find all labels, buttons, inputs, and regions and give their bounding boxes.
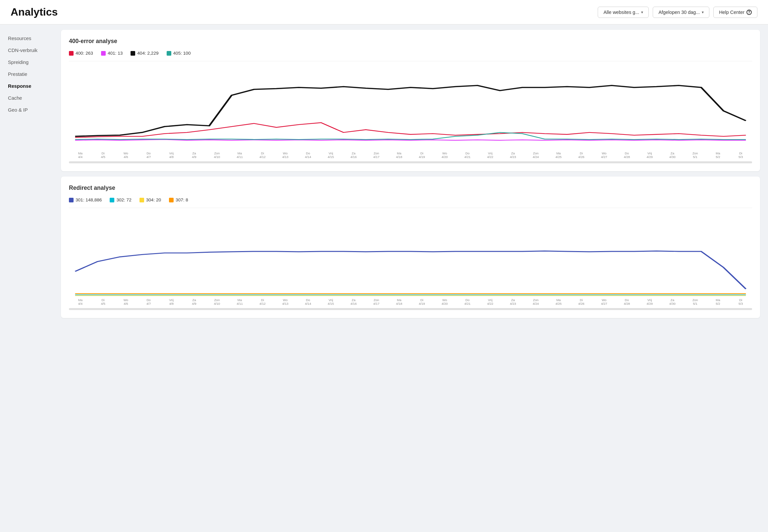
legend-color-302 [110,198,114,202]
redirect-chart-legend: 301: 148,886 302: 72 304: 20 307: 8 [69,197,752,202]
chevron-down-icon: ▾ [641,10,643,15]
redirect-chart-card: Redirect analyse 301: 148,886 302: 72 30… [61,177,760,318]
sidebar-item-response[interactable]: Response [0,80,53,92]
x-label: Ma4/25 [547,151,570,159]
redirect-chart-scrollbar[interactable] [69,308,752,310]
x-label: Wo4/13 [274,298,297,305]
main-layout: Resources CDN-verbruik Spreiding Prestat… [0,25,768,532]
x-label: Zon5/1 [684,298,707,305]
x-label: Za4/30 [661,298,684,305]
sidebar-item-geo-ip[interactable]: Geo & IP [0,104,53,116]
x-label: Za4/23 [502,298,524,305]
date-selector[interactable]: Afgelopen 30 dag... ▾ [653,7,709,18]
help-center-button[interactable]: Help Center ? [713,7,757,18]
chevron-down-icon: ▾ [702,10,704,15]
x-label: Vrij4/29 [638,151,661,159]
website-selector[interactable]: Alle websites g... ▾ [598,7,649,18]
x-label: Ma4/25 [547,298,570,305]
x-label: Zon4/10 [205,298,228,305]
legend-item-400: 400: 263 [69,51,93,56]
page-header: Analytics Alle websites g... ▾ Afgelopen… [0,0,768,25]
redirect-chart-area [69,211,752,297]
x-label: Di5/3 [729,298,752,305]
error-chart-area [69,64,752,150]
x-label: Wo4/27 [593,298,616,305]
redirect-chart-x-axis: Ma4/4 Di4/5 Wo4/6 Do4/7 Vrij4/8 Za4/9 Zo… [69,297,752,305]
error-chart-card: 400-error analyse 400: 263 401: 13 404: … [61,30,760,171]
legend-item-304: 304: 20 [139,197,161,202]
x-label: Vrij4/29 [638,298,661,305]
x-label: Ma4/18 [388,298,411,305]
legend-item-401: 401: 13 [101,51,123,56]
x-label: Za4/16 [342,298,365,305]
question-icon: ? [746,10,752,15]
legend-color-307 [169,198,174,202]
x-label: Di4/19 [411,298,433,305]
sidebar-item-prestatie[interactable]: Prestatie [0,68,53,80]
x-label: Do4/7 [137,151,160,159]
x-label: Do4/14 [297,298,319,305]
x-label: Do4/7 [137,298,160,305]
sidebar-item-resources[interactable]: Resources [0,32,53,44]
legend-color-400 [69,51,74,56]
x-label: Wo4/6 [114,298,137,305]
x-label: Za4/16 [342,151,365,159]
x-label: Di4/19 [411,151,433,159]
x-label: Do4/21 [456,298,479,305]
legend-color-405 [167,51,171,56]
legend-item-307: 307: 8 [169,197,188,202]
x-label: Za4/9 [183,151,206,159]
error-chart-svg [69,64,752,150]
main-content: 400-error analyse 400: 263 401: 13 404: … [53,25,768,532]
x-label: Do4/14 [297,151,319,159]
x-label: Wo4/27 [593,151,616,159]
x-label: Wo4/20 [433,151,456,159]
x-label: Vrij4/22 [479,151,502,159]
x-label: Di5/3 [729,151,752,159]
x-label: Za4/23 [502,151,524,159]
x-label: Zon4/24 [524,298,547,305]
error-chart-legend: 400: 263 401: 13 404: 2,229 405: 100 [69,51,752,56]
x-label: Vrij4/22 [479,298,502,305]
x-label: Ma4/18 [388,151,411,159]
x-label: Zon4/17 [365,151,388,159]
x-label: Zon4/17 [365,298,388,305]
redirect-chart-title: Redirect analyse [69,185,752,191]
legend-color-304 [139,198,144,202]
x-label: Di4/26 [570,151,593,159]
x-label: Do4/28 [616,298,638,305]
sidebar-item-cache[interactable]: Cache [0,92,53,104]
x-label: Di4/12 [251,298,274,305]
x-label: Do4/28 [616,151,638,159]
legend-item-301: 301: 148,886 [69,197,102,202]
sidebar: Resources CDN-verbruik Spreiding Prestat… [0,25,53,532]
x-label: Zon4/24 [524,151,547,159]
legend-item-302: 302: 72 [110,197,131,202]
x-label: Za4/9 [183,298,206,305]
x-label: Ma4/11 [228,298,251,305]
x-label: Za4/30 [661,151,684,159]
x-label: Ma4/11 [228,151,251,159]
legend-item-404: 404: 2,229 [131,51,158,56]
legend-color-404 [131,51,135,56]
x-label: Zon4/10 [205,151,228,159]
x-label: Ma5/2 [707,151,730,159]
x-label: Vrij4/15 [319,298,342,305]
sidebar-item-spreiding[interactable]: Spreiding [0,56,53,68]
legend-color-301 [69,198,74,202]
error-chart-x-axis: Ma4/4 Di4/5 Wo4/6 Do4/7 Vrij4/8 Za4/9 Zo… [69,150,752,159]
x-label: Wo4/6 [114,151,137,159]
x-label: Do4/21 [456,151,479,159]
x-label: Ma4/4 [69,151,92,159]
x-label: Wo4/20 [433,298,456,305]
error-chart-scrollbar[interactable] [69,161,752,163]
sidebar-item-cdn[interactable]: CDN-verbruik [0,44,53,56]
x-label: Di4/26 [570,298,593,305]
x-label: Vrij4/15 [319,151,342,159]
legend-item-405: 405: 100 [167,51,191,56]
x-label: Wo4/13 [274,151,297,159]
x-label: Ma5/2 [707,298,730,305]
header-controls: Alle websites g... ▾ Afgelopen 30 dag...… [598,7,757,18]
x-label: Zon5/1 [684,151,707,159]
legend-color-401 [101,51,106,56]
